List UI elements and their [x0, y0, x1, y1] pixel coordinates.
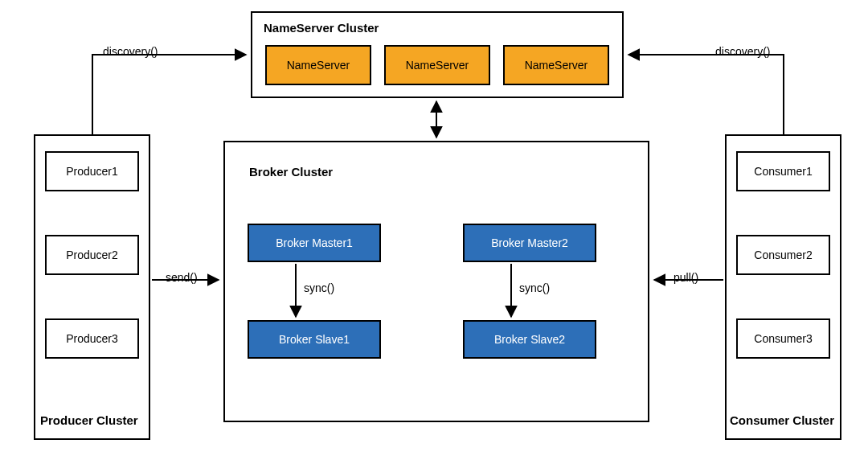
- broker-master2-label: Broker Master2: [491, 236, 568, 249]
- broker-master1-label: Broker Master1: [276, 236, 353, 249]
- consumer-cluster-title: Consumer Cluster: [730, 413, 834, 427]
- sync1-label: sync(): [304, 281, 334, 294]
- producer-node-2-label: Producer2: [66, 249, 118, 261]
- nameserver-node-3-label: NameServer: [525, 59, 588, 72]
- broker-slave1: Broker Slave1: [248, 320, 381, 359]
- consumer-node-1-label: Consumer1: [754, 165, 812, 178]
- producer-node-3: Producer3: [45, 318, 139, 359]
- producer-node-3-label: Producer3: [66, 332, 118, 345]
- broker-master2: Broker Master2: [463, 224, 596, 262]
- consumer-node-2: Consumer2: [736, 235, 830, 275]
- send-label: send(): [166, 271, 198, 284]
- broker-cluster: Broker Cluster: [223, 141, 649, 422]
- nameserver-node-1-label: NameServer: [287, 59, 350, 72]
- nameserver-cluster-title: NameServer Cluster: [264, 21, 379, 35]
- producer-discovery-arrow: [92, 55, 246, 134]
- consumer-node-3: Consumer3: [736, 318, 830, 359]
- broker-slave2: Broker Slave2: [463, 320, 596, 359]
- producer-cluster-title: Producer Cluster: [40, 413, 138, 427]
- nameserver-node-2-label: NameServer: [406, 59, 469, 72]
- producer-node-1-label: Producer1: [66, 165, 118, 178]
- producer-node-1: Producer1: [45, 151, 139, 191]
- nameserver-node-2: NameServer: [384, 45, 490, 85]
- broker-slave1-label: Broker Slave1: [279, 333, 350, 346]
- broker-cluster-title: Broker Cluster: [249, 165, 333, 179]
- pull-label: pull(): [674, 271, 698, 284]
- producer-node-2: Producer2: [45, 235, 139, 275]
- broker-master1: Broker Master1: [248, 224, 381, 262]
- consumer-node-3-label: Consumer3: [754, 332, 812, 345]
- consumer-discovery-arrow: [628, 55, 784, 134]
- consumer-discovery-label: discovery(): [715, 45, 770, 58]
- producer-discovery-label: discovery(): [103, 45, 158, 58]
- sync2-label: sync(): [519, 281, 550, 294]
- broker-slave2-label: Broker Slave2: [494, 333, 565, 346]
- consumer-node-1: Consumer1: [736, 151, 830, 191]
- consumer-node-2-label: Consumer2: [754, 249, 812, 261]
- nameserver-node-1: NameServer: [265, 45, 371, 85]
- nameserver-node-3: NameServer: [503, 45, 609, 85]
